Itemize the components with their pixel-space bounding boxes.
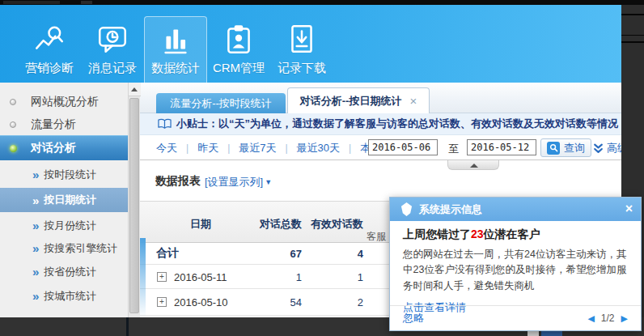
popup-footer: 忽略 ◀ 1/2 ▶ (390, 305, 641, 330)
tab-bar: 流量分析--按时段统计 对话分析--按日期统计 × (140, 83, 621, 113)
column-settings-label: [设置显示列] (205, 175, 263, 189)
sidebar-item-label: 网站概况分析 (31, 95, 99, 109)
tip-bar: 小贴士： 以“天”为单位，通过数据了解客服与访客的总对话数、有效对话数及无效对话… (140, 113, 621, 135)
chevron-right-icon: » (32, 219, 39, 232)
report-title: 数据报表 (155, 174, 201, 189)
desktop-artifact (527, 330, 539, 336)
search-button[interactable]: 查询 (540, 138, 591, 157)
tab-traffic-by-period[interactable]: 流量分析--按时段统计 (156, 93, 286, 113)
toolbar-item-label: CRM管理 (213, 61, 265, 76)
toolbar-item-label: 消息记录 (88, 61, 137, 76)
double-chevron-down-icon (593, 143, 604, 154)
id-card-icon (222, 20, 256, 57)
popup-title: 系统提示信息 (419, 202, 482, 217)
sidebar-item-label: 按月份统计 (44, 219, 96, 233)
toolbar-item-label: 记录下载 (278, 61, 326, 76)
cell-total: 67 (237, 248, 302, 260)
quick-link-yesterday[interactable]: 昨天 (197, 141, 218, 155)
bar-chart-icon (159, 20, 193, 57)
gem-icon (400, 202, 413, 216)
chrome-artifact (81, 1, 92, 4)
download-doc-icon (285, 20, 319, 57)
expand-icon[interactable]: + (157, 272, 167, 282)
cell-date: 2016-05-11 (174, 270, 227, 283)
sidebar-item-by-month[interactable]: » 按月份统计 (0, 215, 128, 236)
cell-date: 2016-05-10 (174, 296, 228, 308)
search-icon (547, 142, 560, 155)
toolbar-item-marketing-diagnosis[interactable]: 营销诊断 (18, 16, 81, 83)
chevron-right-icon: » (32, 289, 39, 303)
sidebar-item-by-period[interactable]: » 按时段统计 (0, 164, 128, 185)
popup-header: 系统提示信息 × (390, 198, 641, 221)
close-icon[interactable]: × (625, 202, 633, 216)
sidebar-item-by-city[interactable]: » 按城市统计 (0, 285, 128, 307)
scrollbar-up-button[interactable] (129, 83, 141, 96)
column-settings-link[interactable]: [设置显示列] ▼ (205, 175, 272, 189)
toolbar-item-crm-management[interactable]: CRM管理 (207, 16, 270, 83)
cell-valid: 1 (299, 270, 363, 283)
pager-next-icon[interactable]: ▶ (621, 313, 628, 324)
expand-icon[interactable]: + (157, 297, 167, 307)
close-icon[interactable]: × (409, 94, 417, 108)
headline-prefix: 上周您错过了 (403, 228, 471, 240)
tip-text: 以“天”为单位，通过数据了解客服与访客的总对话数、有效对话数及无效对话数等情况 (218, 117, 618, 131)
ignore-link[interactable]: 忽略 (403, 311, 424, 325)
sidebar-item-dialog-analysis[interactable]: 对话分析 (0, 135, 128, 160)
sidebar-item-by-province[interactable]: » 按省份统计 (0, 261, 128, 283)
column-header-partial: 客服 (366, 230, 386, 244)
bullet-icon (10, 121, 16, 128)
date-to-label: 至 (448, 142, 459, 156)
active-bullet-icon (10, 145, 17, 152)
toolbar-item-data-statistics[interactable]: 数据统计 (144, 16, 207, 83)
sidebar-item-label: 对话分析 (31, 141, 76, 155)
search-button-label: 查询 (564, 141, 585, 155)
sidebar-item-label: 按日期统计 (44, 193, 96, 207)
date-to-input[interactable] (467, 139, 536, 155)
book-icon (158, 118, 172, 130)
date-from-input[interactable] (368, 139, 438, 155)
tab-label: 对话分析--按日期统计 (300, 94, 402, 108)
quick-date-links: 今天 | 昨天 | 最近7天 | 最近30天 | 本月 (156, 135, 381, 160)
toolbar-item-message-records[interactable]: 消息记录 (81, 16, 144, 83)
system-notification-popup: 系统提示信息 × 上周您错过了23位潜在客户 您的网站在过去一周，共有24位访客… (389, 197, 642, 331)
sidebar-item-by-search-engine[interactable]: » 按搜索引擎统计 (0, 237, 128, 259)
headline-highlight: 23 (471, 228, 484, 240)
toolbar-item-label: 数据统计 (151, 61, 200, 76)
pager-page-number: 1/2 (601, 313, 615, 324)
column-header-valid: 有效对话数 (299, 217, 363, 232)
advanced-toggle[interactable]: 高级 (593, 141, 621, 155)
cell-total: 54 (237, 296, 302, 308)
toolbar-item-label: 营销诊断 (25, 61, 74, 76)
chart-magnifier-icon (32, 20, 66, 57)
sidebar-item-by-date[interactable]: » 按日期统计 (0, 188, 128, 212)
sidebar-item-traffic-analysis[interactable]: 流量分析 (0, 113, 128, 137)
toolbar-item-record-download[interactable]: 记录下载 (270, 16, 333, 83)
tab-dialog-by-date[interactable]: 对话分析--按日期统计 × (287, 87, 430, 113)
sidebar-item-site-overview[interactable]: 网站概况分析 (0, 90, 128, 114)
scrollbar-thumb[interactable] (129, 98, 139, 313)
separator: | (285, 142, 287, 154)
arrow-up-icon (470, 164, 478, 168)
chevron-right-icon: » (32, 241, 39, 255)
sidebar-item-label: 按搜索引擎统计 (44, 241, 117, 256)
sidebar-scrollbar[interactable] (128, 83, 140, 317)
quick-link-last30days[interactable]: 最近30天 (297, 141, 340, 155)
quick-link-today[interactable]: 今天 (156, 141, 177, 155)
main-toolbar: 营销诊断 消息记录 数据统计 (0, 5, 621, 83)
chevron-right-icon: » (32, 265, 39, 279)
pager-prev-icon[interactable]: ◀ (587, 313, 594, 324)
sidebar-item-label: 按省份统计 (44, 265, 96, 279)
column-header-date: 日期 (176, 217, 225, 232)
content-left-gradient (140, 238, 146, 317)
window-edge-line (621, 14, 644, 15)
advanced-label: 高级 (607, 141, 621, 155)
filter-collapse-toggle[interactable] (447, 160, 499, 170)
headline-suffix: 位潜在客户 (484, 228, 540, 240)
desktop-artifact (541, 330, 562, 336)
sidebar-item-label: 按城市统计 (44, 289, 96, 304)
chevron-down-icon: ▼ (265, 178, 272, 186)
quick-link-last7days[interactable]: 最近7天 (239, 141, 276, 155)
sidebar-nav: 网站概况分析 流量分析 对话分析 » 按时段统计 » 按日期统计 » 按月份统计… (0, 83, 128, 317)
popup-message: 您的网站在过去一周，共有24位访客主动来访，其中23位客户没有得到您的及时接待，… (403, 247, 629, 294)
separator: | (186, 142, 189, 154)
